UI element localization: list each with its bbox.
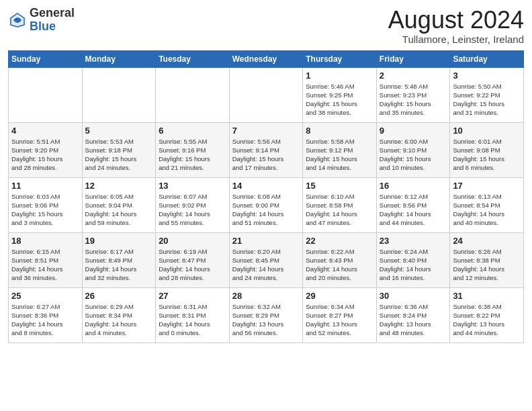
day-number: 1 [306,71,373,81]
day-number: 23 [380,236,447,246]
logo-icon [8,11,27,30]
day-number: 20 [159,236,226,246]
day-number: 9 [380,126,447,136]
day-number: 25 [11,291,79,301]
day-number: 13 [159,181,226,191]
day-cell: 29Sunrise: 6:34 AM Sunset: 8:27 PM Dayli… [303,287,377,342]
day-info: Sunrise: 5:56 AM Sunset: 9:14 PM Dayligh… [232,137,300,173]
day-number: 21 [232,236,300,246]
header: General Blue August 2024 Tullamore, Lein… [8,7,524,45]
day-cell: 24Sunrise: 6:26 AM Sunset: 8:38 PM Dayli… [450,232,524,287]
day-number: 22 [306,236,373,246]
day-info: Sunrise: 5:48 AM Sunset: 9:23 PM Dayligh… [380,82,447,118]
day-cell: 19Sunrise: 6:17 AM Sunset: 8:49 PM Dayli… [82,232,156,287]
week-row-4: 18Sunrise: 6:15 AM Sunset: 8:51 PM Dayli… [9,232,524,287]
day-info: Sunrise: 6:20 AM Sunset: 8:45 PM Dayligh… [232,247,300,283]
day-number: 29 [306,291,373,301]
day-cell: 7Sunrise: 5:56 AM Sunset: 9:14 PM Daylig… [229,122,303,177]
logo-blue: Blue [30,19,56,33]
day-cell [156,67,230,122]
day-info: Sunrise: 6:15 AM Sunset: 8:51 PM Dayligh… [11,247,79,283]
day-number: 6 [159,126,226,136]
day-number: 8 [306,126,373,136]
day-info: Sunrise: 5:58 AM Sunset: 9:12 PM Dayligh… [306,137,373,173]
day-info: Sunrise: 6:32 AM Sunset: 8:29 PM Dayligh… [232,302,300,338]
day-info: Sunrise: 6:29 AM Sunset: 8:34 PM Dayligh… [85,302,153,338]
month-year: August 2024 [388,7,524,34]
day-info: Sunrise: 6:05 AM Sunset: 9:04 PM Dayligh… [85,192,153,228]
day-info: Sunrise: 6:01 AM Sunset: 9:08 PM Dayligh… [453,137,521,173]
day-info: Sunrise: 5:50 AM Sunset: 9:22 PM Dayligh… [453,82,521,118]
day-cell: 5Sunrise: 5:53 AM Sunset: 9:18 PM Daylig… [82,122,156,177]
week-row-5: 25Sunrise: 6:27 AM Sunset: 8:36 PM Dayli… [9,287,524,342]
day-cell: 15Sunrise: 6:10 AM Sunset: 8:58 PM Dayli… [303,177,377,232]
day-number: 11 [11,181,79,191]
day-cell: 18Sunrise: 6:15 AM Sunset: 8:51 PM Dayli… [9,232,83,287]
header-sunday: Sunday [9,50,83,67]
day-cell: 30Sunrise: 6:36 AM Sunset: 8:24 PM Dayli… [376,287,450,342]
day-cell: 31Sunrise: 6:38 AM Sunset: 8:22 PM Dayli… [450,287,524,342]
header-thursday: Thursday [303,50,377,67]
day-cell: 28Sunrise: 6:32 AM Sunset: 8:29 PM Dayli… [229,287,303,342]
header-monday: Monday [82,50,156,67]
day-cell: 17Sunrise: 6:13 AM Sunset: 8:54 PM Dayli… [450,177,524,232]
day-number: 7 [232,126,300,136]
week-row-1: 1Sunrise: 5:46 AM Sunset: 9:25 PM Daylig… [9,67,524,122]
calendar-table: SundayMondayTuesdayWednesdayThursdayFrid… [8,50,524,343]
day-info: Sunrise: 6:34 AM Sunset: 8:27 PM Dayligh… [306,302,373,338]
day-info: Sunrise: 6:19 AM Sunset: 8:47 PM Dayligh… [159,247,226,283]
day-info: Sunrise: 6:08 AM Sunset: 9:00 PM Dayligh… [232,192,300,228]
day-info: Sunrise: 6:22 AM Sunset: 8:43 PM Dayligh… [306,247,373,283]
day-info: Sunrise: 6:13 AM Sunset: 8:54 PM Dayligh… [453,192,521,228]
day-number: 28 [232,291,300,301]
calendar-header-row: SundayMondayTuesdayWednesdayThursdayFrid… [9,50,524,67]
logo-text: General Blue [30,7,75,34]
day-cell: 25Sunrise: 6:27 AM Sunset: 8:36 PM Dayli… [9,287,83,342]
day-cell: 11Sunrise: 6:03 AM Sunset: 9:06 PM Dayli… [9,177,83,232]
day-info: Sunrise: 6:27 AM Sunset: 8:36 PM Dayligh… [11,302,79,338]
day-cell: 16Sunrise: 6:12 AM Sunset: 8:56 PM Dayli… [376,177,450,232]
day-info: Sunrise: 6:24 AM Sunset: 8:40 PM Dayligh… [380,247,447,283]
day-cell: 20Sunrise: 6:19 AM Sunset: 8:47 PM Dayli… [156,232,230,287]
day-info: Sunrise: 6:00 AM Sunset: 9:10 PM Dayligh… [380,137,447,173]
day-cell [229,67,303,122]
day-number: 12 [85,181,153,191]
day-number: 2 [380,71,447,81]
day-cell: 1Sunrise: 5:46 AM Sunset: 9:25 PM Daylig… [303,67,377,122]
day-cell: 8Sunrise: 5:58 AM Sunset: 9:12 PM Daylig… [303,122,377,177]
day-cell: 3Sunrise: 5:50 AM Sunset: 9:22 PM Daylig… [450,67,524,122]
title-block: August 2024 Tullamore, Leinster, Ireland [388,7,524,45]
day-cell: 13Sunrise: 6:07 AM Sunset: 9:02 PM Dayli… [156,177,230,232]
day-number: 17 [453,181,521,191]
header-friday: Friday [376,50,450,67]
logo: General Blue [8,7,75,34]
day-cell: 10Sunrise: 6:01 AM Sunset: 9:08 PM Dayli… [450,122,524,177]
day-number: 10 [453,126,521,136]
day-number: 31 [453,291,521,301]
page-container: General Blue August 2024 Tullamore, Lein… [0,0,532,350]
day-cell: 26Sunrise: 6:29 AM Sunset: 8:34 PM Dayli… [82,287,156,342]
day-cell: 22Sunrise: 6:22 AM Sunset: 8:43 PM Dayli… [303,232,377,287]
day-number: 15 [306,181,373,191]
day-number: 16 [380,181,447,191]
day-info: Sunrise: 6:31 AM Sunset: 8:31 PM Dayligh… [159,302,226,338]
day-number: 18 [11,236,79,246]
day-info: Sunrise: 6:26 AM Sunset: 8:38 PM Dayligh… [453,247,521,283]
day-cell: 23Sunrise: 6:24 AM Sunset: 8:40 PM Dayli… [376,232,450,287]
week-row-3: 11Sunrise: 6:03 AM Sunset: 9:06 PM Dayli… [9,177,524,232]
header-wednesday: Wednesday [229,50,303,67]
day-info: Sunrise: 5:55 AM Sunset: 9:16 PM Dayligh… [159,137,226,173]
day-info: Sunrise: 6:12 AM Sunset: 8:56 PM Dayligh… [380,192,447,228]
header-saturday: Saturday [450,50,524,67]
day-cell: 27Sunrise: 6:31 AM Sunset: 8:31 PM Dayli… [156,287,230,342]
day-cell [9,67,83,122]
day-number: 3 [453,71,521,81]
logo-general: General [30,6,75,19]
day-info: Sunrise: 5:51 AM Sunset: 9:20 PM Dayligh… [11,137,79,173]
day-info: Sunrise: 5:53 AM Sunset: 9:18 PM Dayligh… [85,137,153,173]
location: Tullamore, Leinster, Ireland [388,34,524,45]
day-cell [82,67,156,122]
day-number: 26 [85,291,153,301]
day-cell: 4Sunrise: 5:51 AM Sunset: 9:20 PM Daylig… [9,122,83,177]
day-cell: 21Sunrise: 6:20 AM Sunset: 8:45 PM Dayli… [229,232,303,287]
